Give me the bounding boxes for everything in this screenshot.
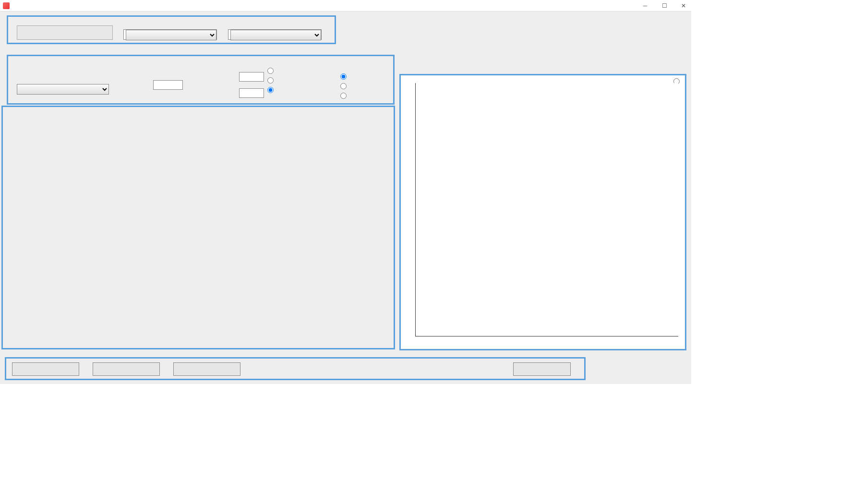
plot-axes — [415, 83, 678, 336]
simulation-time-input[interactable] — [153, 80, 183, 90]
xaxis-select[interactable] — [126, 30, 216, 40]
window-minimize-button[interactable]: ─ — [640, 2, 650, 9]
panel-plot — [399, 74, 686, 350]
target-central-radio[interactable] — [340, 73, 348, 80]
inf-time-input[interactable] — [239, 88, 264, 98]
sensitivity-button[interactable] — [173, 362, 240, 376]
panel-parameters — [1, 106, 395, 349]
estimate-button[interactable] — [93, 362, 160, 376]
mpbpk-model-select[interactable] — [17, 84, 109, 95]
target-peripheral-radio[interactable] — [340, 83, 348, 89]
simulate-button[interactable] — [12, 362, 79, 376]
yaxis-select[interactable] — [230, 30, 321, 40]
panel-model-setup — [7, 55, 395, 105]
load-data-button[interactable] — [17, 25, 113, 40]
export-results-button[interactable] — [513, 362, 571, 376]
window-maximize-button[interactable]: ☐ — [660, 2, 669, 9]
app-icon — [3, 2, 10, 9]
window-close-button[interactable]: ✕ — [679, 2, 688, 9]
dose-input[interactable] — [239, 72, 264, 82]
admin-ev-radio[interactable] — [267, 77, 276, 84]
titlebar: ─ ☐ ✕ — [0, 0, 691, 12]
panel-actions — [5, 357, 586, 380]
target-nobinding-radio[interactable] — [340, 93, 348, 99]
admin-inf-radio[interactable] — [267, 87, 276, 93]
panel-data-loading — [7, 15, 336, 44]
admin-iv-radio[interactable] — [267, 68, 276, 74]
